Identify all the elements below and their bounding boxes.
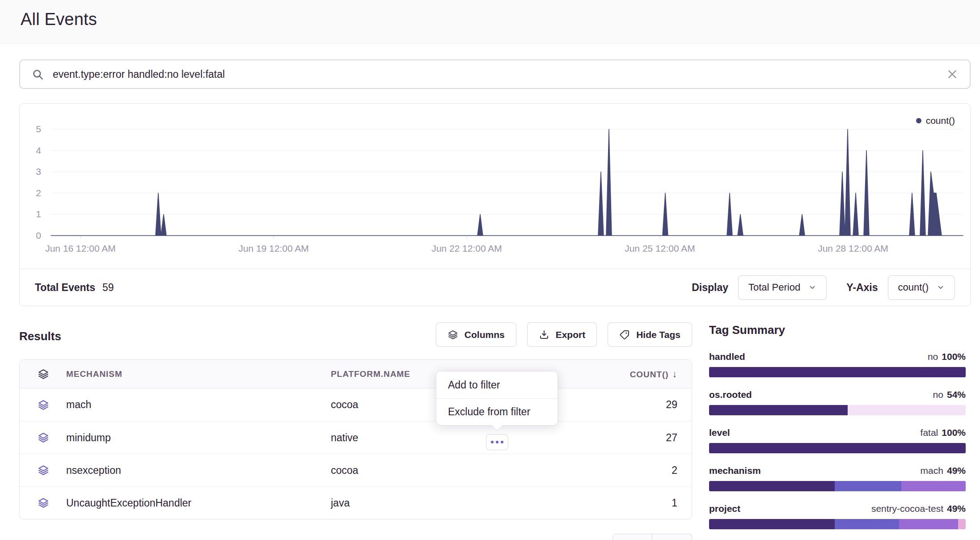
- row-actions-button[interactable]: [486, 434, 508, 450]
- hide-tags-button[interactable]: Hide Tags: [608, 322, 692, 347]
- svg-text:Jun 22 12:00 AM: Jun 22 12:00 AM: [431, 243, 502, 253]
- yaxis-label: Y-Axis: [846, 282, 878, 294]
- tag-top-value: mach49%: [921, 465, 966, 476]
- cell-mechanism[interactable]: mach: [66, 399, 331, 411]
- table-header-row: MECHANISM PLATFORM.NAME COUNT()↓: [20, 360, 692, 388]
- cell-count: 1: [580, 497, 692, 509]
- previous-page-button[interactable]: ‹: [612, 534, 652, 540]
- cell-platform[interactable]: native: [331, 432, 580, 444]
- tag-bar-segment[interactable]: [709, 481, 835, 491]
- cell-mechanism[interactable]: UncaughtExceptionHandler: [66, 497, 331, 509]
- columns-button[interactable]: Columns: [436, 322, 516, 347]
- chart-footer: Total Events 59 Display Total Period Y-A…: [20, 269, 970, 306]
- context-menu: Add to filterExclude from filter: [436, 371, 558, 426]
- tag-bar-segment[interactable]: [709, 405, 848, 415]
- svg-text:Jun 19 12:00 AM: Jun 19 12:00 AM: [238, 243, 309, 253]
- tag-bar-segment[interactable]: [899, 519, 958, 529]
- yaxis-value: count(): [898, 282, 929, 293]
- chevron-down-icon: [808, 283, 816, 291]
- tag-bar-segment[interactable]: [958, 519, 966, 529]
- tag-distribution-bar[interactable]: [709, 367, 966, 377]
- tag-percentage: 49%: [947, 503, 966, 514]
- tag-top-value: sentry-cocoa-test49%: [871, 503, 966, 514]
- column-header-count[interactable]: COUNT()↓: [580, 369, 692, 380]
- dot-icon: [501, 441, 503, 443]
- tag-percentage: 54%: [947, 389, 966, 400]
- tag-bar-segment[interactable]: [835, 481, 901, 491]
- cell-mechanism[interactable]: minidump: [66, 432, 331, 444]
- total-events-label: Total Events: [35, 282, 95, 294]
- search-input[interactable]: [52, 68, 938, 81]
- tag-top-value: no54%: [933, 389, 966, 400]
- table-row[interactable]: nsexceptioncocoa2: [20, 454, 692, 486]
- display-label: Display: [692, 282, 728, 294]
- svg-text:2: 2: [36, 188, 41, 198]
- search-bar[interactable]: [19, 59, 971, 89]
- tag-distribution-bar[interactable]: [709, 405, 966, 415]
- dot-icon: [496, 441, 498, 443]
- tag-bar-segment[interactable]: [848, 405, 966, 415]
- cell-mechanism[interactable]: nsexception: [66, 464, 331, 477]
- tag-bar-segment[interactable]: [709, 519, 835, 529]
- tag-bar-segment[interactable]: [835, 519, 899, 529]
- tag-summary-entry: levelfatal100%: [709, 427, 966, 453]
- display-value: Total Period: [748, 282, 800, 293]
- count-header-label: COUNT(): [630, 370, 669, 379]
- layers-icon: [448, 329, 458, 340]
- columns-button-label: Columns: [465, 329, 505, 340]
- page-title: All Events: [21, 10, 97, 29]
- results-header: Results Columns Export: [19, 322, 692, 347]
- tag-bar-segment[interactable]: [901, 481, 966, 491]
- table-row[interactable]: machcocoa29: [20, 388, 692, 421]
- tag-top-value: no100%: [928, 351, 966, 362]
- layers-icon: [20, 432, 66, 443]
- yaxis-dropdown[interactable]: count(): [888, 275, 955, 300]
- events-chart-panel: count() 012345Jun 16 12:00 AMJun 19 12:0…: [19, 103, 971, 306]
- tag-bar-segment[interactable]: [709, 443, 966, 453]
- cell-platform[interactable]: cocoa: [331, 464, 580, 477]
- svg-text:0: 0: [36, 230, 41, 240]
- cell-count: 29: [580, 399, 692, 411]
- tag-summary-heading: Tag Summary: [709, 323, 966, 337]
- results-table: MECHANISM PLATFORM.NAME COUNT()↓ machcoc…: [19, 359, 692, 519]
- svg-text:4: 4: [36, 145, 41, 156]
- svg-text:Jun 16 12:00 AM: Jun 16 12:00 AM: [45, 243, 116, 253]
- tag-top-value: fatal100%: [921, 427, 966, 438]
- layers-icon: [20, 399, 66, 411]
- layers-icon: [20, 368, 66, 380]
- display-dropdown[interactable]: Total Period: [738, 275, 827, 300]
- events-time-series-chart[interactable]: 012345Jun 16 12:00 AMJun 19 12:00 AMJun …: [20, 104, 970, 269]
- export-button-label: Export: [556, 329, 586, 340]
- download-icon: [539, 329, 549, 340]
- chart-legend[interactable]: count(): [916, 115, 955, 126]
- tag-distribution-bar[interactable]: [709, 481, 966, 491]
- tag-distribution-bar[interactable]: [709, 519, 966, 529]
- results-toolbar: Columns Export Hide Tags: [436, 322, 692, 347]
- tag-summary-entry: os.rootedno54%: [709, 389, 966, 415]
- tag-name: os.rooted: [709, 389, 752, 400]
- tag-summary-entry: projectsentry-cocoa-test49%: [709, 503, 966, 529]
- svg-text:Jun 28 12:00 AM: Jun 28 12:00 AM: [818, 243, 888, 253]
- clear-search-button[interactable]: [946, 68, 958, 80]
- tag-percentage: 49%: [947, 465, 966, 476]
- table-body: machcocoa29minidumpnative27nsexceptionco…: [20, 388, 692, 519]
- svg-text:Jun 25 12:00 AM: Jun 25 12:00 AM: [625, 243, 695, 253]
- context-menu-item[interactable]: Add to filter: [436, 371, 558, 398]
- legend-dot-icon: [916, 118, 921, 123]
- tag-distribution-bar[interactable]: [709, 443, 966, 453]
- next-page-button[interactable]: ›: [652, 534, 692, 540]
- tag-name: level: [709, 427, 730, 438]
- tag-percentage: 100%: [942, 351, 966, 362]
- svg-text:1: 1: [36, 209, 41, 219]
- column-header-mechanism[interactable]: MECHANISM: [66, 369, 331, 379]
- export-button[interactable]: Export: [527, 322, 597, 347]
- table-row[interactable]: minidumpnative27: [20, 421, 692, 454]
- tag-percentage: 100%: [942, 427, 966, 438]
- tag-name: handled: [709, 351, 745, 362]
- tag-icon: [619, 329, 630, 340]
- tag-summary-panel: Tag Summary handledno100%os.rootedno54%l…: [709, 323, 966, 540]
- tag-bar-segment[interactable]: [709, 367, 966, 377]
- cell-platform[interactable]: java: [331, 497, 580, 509]
- table-row[interactable]: UncaughtExceptionHandlerjava1: [20, 486, 692, 519]
- cell-count: 27: [580, 432, 692, 444]
